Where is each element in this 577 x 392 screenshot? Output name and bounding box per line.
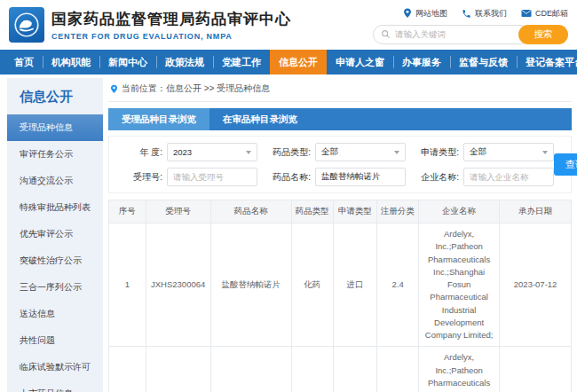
breadcrumb: 当前位置：信息公开 >> 受理品种信息 [108, 78, 572, 102]
cell-reg-class: 2.4 [377, 223, 419, 347]
acceptance-no-field: 受理号: [116, 168, 257, 186]
table-header-row: 序号受理号药品名称药品类型申请类型注册分类企业名称承办日期 [109, 200, 572, 223]
sidebar-item[interactable]: 沟通交流公示 [7, 168, 103, 194]
nav-item[interactable]: 监督与反馈 [450, 50, 517, 74]
sidebar-item[interactable]: 优先审评公示 [7, 221, 103, 247]
year-field: 年 度: 2023 [116, 143, 257, 161]
column-header: 药品名称 [210, 200, 291, 223]
main-panel: 当前位置：信息公开 >> 受理品种信息 受理品种目录浏览在审品种目录浏览 年 度… [108, 78, 572, 392]
column-header: 药品类型 [291, 200, 333, 223]
company-field: 企业名称: [413, 168, 554, 186]
content: 信息公开 受理品种信息审评任务公示沟通交流公示特殊审批品种列表优先审评公示突破性… [0, 74, 577, 392]
cell-drug-type: 化药 [291, 223, 333, 347]
column-header: 注册分类 [377, 200, 419, 223]
quick-links: 网站地图 联系我们 CDE邮箱 [403, 8, 568, 20]
query-button[interactable]: 查询 [554, 153, 577, 176]
tab[interactable]: 在审品种目录浏览 [209, 108, 311, 130]
sidebar-item[interactable]: 上市药品信息 [7, 380, 103, 392]
drug-type-field: 药品类型: 全部 [265, 143, 406, 161]
chevron-down-icon [394, 151, 399, 154]
sidebar-item[interactable]: 送达信息 [7, 301, 103, 327]
table-row[interactable]: 1 JXHS2300064 盐酸替纳帕诺片 化药 进口 2.4 Ardelyx,… [109, 223, 572, 347]
cde-logo [9, 7, 44, 43]
query-wrap: 查询 [554, 153, 577, 176]
site-title: 国家药品监督管理局药品审评中心 [51, 9, 373, 29]
drug-type-value: 全部 [321, 146, 338, 158]
mail-icon [521, 9, 532, 18]
nav-item[interactable]: 登记备案平台 [517, 50, 577, 74]
breadcrumb-pin-icon [110, 84, 118, 94]
header-right: 网站地图 联系我们 CDE邮箱 搜索 [373, 6, 568, 44]
column-header: 受理号 [146, 200, 210, 223]
cell-reg-class: 2.4 [377, 347, 419, 392]
acceptance-no-input[interactable] [167, 168, 257, 186]
column-header: 序号 [109, 200, 146, 223]
sidebar-item[interactable]: 特殊审批品种列表 [7, 194, 103, 221]
sitemap-label: 网站地图 [415, 8, 447, 20]
sidebar-menu: 受理品种信息审评任务公示沟通交流公示特殊审批品种列表优先审评公示突破性治疗公示三… [7, 114, 103, 392]
cell-date: 2023-07-12 [500, 223, 572, 347]
main-nav: 首页机构职能新闻中心政策法规党建工作信息公开申请人之窗办事服务监督与反馈登记备案… [0, 50, 577, 74]
company-input[interactable] [463, 168, 554, 186]
sidebar-item[interactable]: 共性问题 [7, 327, 103, 354]
filter-grid: 年 度: 2023 药品类型: 全部 申请类 [116, 143, 554, 186]
drug-name-label: 药品名称: [265, 171, 311, 184]
nav-item[interactable]: 申请人之窗 [327, 50, 393, 74]
table-body: 1 JXHS2300064 盐酸替纳帕诺片 化药 进口 2.4 Ardelyx,… [109, 223, 572, 392]
drug-name-input[interactable] [315, 168, 406, 186]
cell-drug-type: 化药 [291, 347, 333, 392]
phone-icon [462, 9, 471, 19]
cell-drug-name: 盐酸替纳帕诺片 [210, 347, 291, 392]
cell-company: Ardelyx, Inc.;Patheon Pharmaceuticals In… [419, 347, 500, 392]
cell-seq: 2 [109, 347, 146, 392]
apply-type-value: 全部 [470, 146, 486, 158]
apply-type-select[interactable]: 全部 [463, 143, 554, 161]
company-label: 企业名称: [413, 171, 459, 184]
apply-type-label: 申请类型: [413, 146, 459, 159]
brand-block: 国家药品监督管理局药品审评中心 CENTER FOR DRUG EVALUATI… [51, 9, 373, 41]
sitemap-link[interactable]: 网站地图 [403, 8, 447, 20]
search-button[interactable]: 搜索 [518, 25, 568, 44]
nav-item[interactable]: 机构职能 [43, 50, 99, 74]
chevron-down-icon [542, 151, 548, 154]
nav-item[interactable]: 新闻中心 [99, 50, 156, 74]
year-select[interactable]: 2023 [167, 143, 257, 161]
drug-type-select[interactable]: 全部 [315, 143, 406, 161]
cell-company: Ardelyx, Inc.;Patheon Pharmaceuticals In… [419, 223, 500, 347]
search-row: 搜索 [373, 25, 568, 44]
breadcrumb-text: 当前位置：信息公开 >> 受理品种信息 [122, 82, 270, 95]
sidebar-item[interactable]: 受理品种信息 [7, 114, 103, 141]
cell-apply-type: 进口 [333, 223, 376, 347]
swan-logo-icon [12, 10, 42, 40]
mailbox-link[interactable]: CDE邮箱 [521, 8, 568, 20]
nav-item[interactable]: 办事服务 [393, 50, 450, 74]
year-value: 2023 [173, 147, 192, 157]
cell-drug-name: 盐酸替纳帕诺片 [210, 223, 291, 347]
filter-panel: 年 度: 2023 药品类型: 全部 申请类 [108, 136, 572, 193]
sidebar-item[interactable]: 临床试验默示许可 [7, 354, 103, 380]
apply-type-field: 申请类型: 全部 [413, 143, 554, 161]
results-table: 序号受理号药品名称药品类型申请类型注册分类企业名称承办日期 1 JXHS2300… [108, 200, 572, 392]
contact-link[interactable]: 联系我们 [462, 8, 507, 20]
sidebar-item[interactable]: 审评任务公示 [7, 141, 103, 168]
column-header: 申请类型 [333, 200, 376, 223]
sidebar-item[interactable]: 三合一序列公示 [7, 274, 103, 301]
search-icon [381, 29, 391, 39]
nav-item[interactable]: 信息公开 [270, 50, 327, 74]
sidebar-title: 信息公开 [7, 85, 103, 114]
nav-item[interactable]: 党建工作 [213, 50, 270, 74]
tab[interactable]: 受理品种目录浏览 [108, 108, 209, 130]
sidebar-item[interactable]: 突破性治疗公示 [7, 247, 103, 274]
cell-seq: 1 [109, 223, 146, 347]
location-pin-icon [403, 8, 412, 19]
year-label: 年 度: [116, 146, 162, 159]
drug-name-field: 药品名称: [265, 168, 406, 186]
site-header: 国家药品监督管理局药品审评中心 CENTER FOR DRUG EVALUATI… [0, 0, 577, 50]
table-row[interactable]: 2 JXHS2300063 盐酸替纳帕诺片 化药 进口 2.4 Ardelyx,… [109, 347, 572, 392]
cell-apply-type: 进口 [333, 347, 376, 392]
nav-item[interactable]: 政策法规 [156, 50, 213, 74]
cell-acceptance-no: JXHS2300064 [146, 223, 210, 347]
site-subtitle: CENTER FOR DRUG EVALUATION, NMPA [51, 32, 373, 41]
nav-item[interactable]: 首页 [5, 50, 43, 74]
search-input[interactable] [395, 29, 523, 39]
